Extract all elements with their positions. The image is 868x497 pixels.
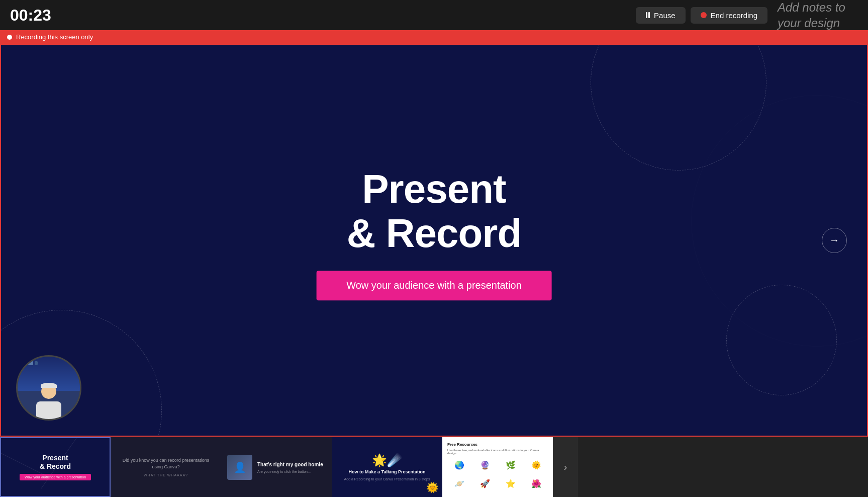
header-right: Add notes to your design <box>767 0 868 31</box>
thumb-5-item-7: ⭐ <box>499 475 522 492</box>
person-body <box>36 401 61 419</box>
thumb-2-main-text: Did you know you can record presentation… <box>117 457 215 470</box>
slide-title-line2: & Record <box>347 211 522 256</box>
svg-line-0 <box>1 453 51 478</box>
thumb-1-content: Present & Record Wow your audience with … <box>1 438 110 496</box>
more-icon: › <box>564 461 567 473</box>
thumb-2-sub-text: WHAT THE WHAAAA? <box>144 473 188 477</box>
thumbnails-more-button[interactable]: › <box>553 437 578 497</box>
shelf-item <box>23 359 27 365</box>
thumb-5-item-1: 🌏 <box>447 457 471 473</box>
header: 00:23 Pause End recording Add notes to y… <box>0 0 868 30</box>
header-left: 00:23 <box>0 6 636 25</box>
thumb-5-item-6: 🚀 <box>473 475 497 492</box>
webcam-bubble <box>16 355 81 421</box>
thumb-3-image: 👤 <box>227 455 252 480</box>
recording-indicator-icon <box>7 35 12 40</box>
slide-container: Present & Record Wow your audience with … <box>0 44 868 437</box>
webcam-person <box>29 379 69 419</box>
recording-bar: Recording this screen only <box>0 30 868 44</box>
pause-button[interactable]: Pause <box>636 7 686 24</box>
thumb-5-subtext: Use these free, redownloadable icons and… <box>447 449 548 455</box>
thumbnail-4[interactable]: 🌟☄️ How to Make a Talking Presentation A… <box>332 437 442 497</box>
deco-circle-1 <box>591 44 766 171</box>
next-slide-button[interactable]: → <box>822 228 847 253</box>
thumb-4-emoji: 🌟☄️ <box>372 453 402 467</box>
recording-text: Recording this screen only <box>16 33 93 41</box>
slide-area: Recording this screen only Present & Rec… <box>0 30 868 497</box>
thumb-3-sub: Are you ready to click the button... <box>257 470 323 473</box>
slide-title-line1: Present <box>362 167 506 211</box>
end-recording-button[interactable]: End recording <box>691 7 767 24</box>
pause-bar-1 <box>646 12 647 18</box>
thumb-4-sun-icon: 🌞 <box>426 481 439 493</box>
timer: 00:23 <box>10 6 51 24</box>
notes-hint: Add notes to your design <box>778 0 868 31</box>
deco-circle-4 <box>691 95 868 347</box>
shelf-row-1 <box>23 359 75 365</box>
thumb-3-title: That's right my good homie <box>257 461 323 468</box>
next-arrow-icon: → <box>829 234 839 246</box>
thumb-5-item-2: 🔮 <box>473 457 497 473</box>
thumb-5-content: Free Resources Use these free, redownloa… <box>443 438 552 496</box>
person-cap <box>41 383 57 388</box>
pause-label: Pause <box>654 11 676 20</box>
header-controls: Pause End recording <box>636 7 767 24</box>
record-dot-icon <box>701 12 707 18</box>
thumb-3-content: 👤 That's right my good homie Are you rea… <box>222 438 331 496</box>
pause-icon <box>646 12 650 18</box>
thumbnail-1[interactable]: Present & Record Wow your audience with … <box>0 437 111 497</box>
slide-main-title: Present & Record <box>316 167 552 256</box>
main-area: Recording this screen only Present & Rec… <box>0 30 868 497</box>
shelf-item <box>35 361 38 365</box>
thumb-4-title: How to Make a Talking Presentation <box>349 469 426 475</box>
thumb-5-grid: 🌏 🔮 🌿 🌞 🪐 🚀 ⭐ 🌺 <box>447 457 548 492</box>
thumbnail-5[interactable]: Free Resources Use these free, redownloa… <box>442 437 553 497</box>
thumbnail-3[interactable]: 👤 That's right my good homie Are you rea… <box>221 437 332 497</box>
thumb-5-item-8: 🌺 <box>524 475 548 492</box>
thumb-deco-svg <box>1 438 110 496</box>
thumb-5-header: Free Resources <box>447 442 548 447</box>
pause-bar-2 <box>648 12 650 18</box>
thumb-5-item-5: 🪐 <box>447 475 471 492</box>
shelf-item <box>28 359 33 365</box>
thumb-4-sub: Add a Recording to your Canva Presentati… <box>344 477 430 481</box>
thumbnail-2[interactable]: Did you know you can record presentation… <box>111 437 221 497</box>
thumb-5-item-3: 🌿 <box>499 457 522 473</box>
thumb-2-content: Did you know you can record presentation… <box>112 438 220 496</box>
thumb-3-text-area: That's right my good homie Are you ready… <box>257 461 323 473</box>
end-label: End recording <box>711 11 757 20</box>
slide-title-area: Present & Record Wow your audience with … <box>316 167 552 300</box>
svg-line-1 <box>41 438 76 488</box>
thumb-4-content: 🌟☄️ How to Make a Talking Presentation A… <box>333 438 441 496</box>
thumb-5-item-4: 🌞 <box>524 457 548 473</box>
thumbnails-bar: Present & Record Wow your audience with … <box>0 437 868 497</box>
deco-circle-3 <box>726 285 837 395</box>
slide-subtitle-button[interactable]: Wow your audience with a presentation <box>316 271 552 300</box>
